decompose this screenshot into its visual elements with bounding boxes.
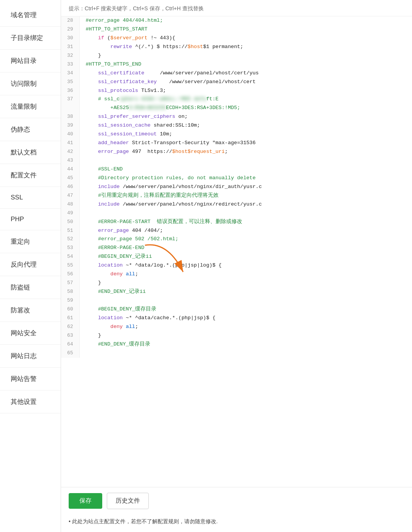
line-number: 30 [61,34,79,43]
line-number: 44 [61,165,79,174]
line-code: #error_page 502 /502.html; [79,235,412,244]
line-number: 60 [61,305,79,314]
table-row: 52 #error_page 502 /502.html; [61,235,412,244]
table-row: 63 } [61,331,412,340]
line-code: #ERROR-PAGE-END [79,244,412,252]
table-row: 45 #Directory protection rules, do not m… [61,174,412,183]
table-row: 40 ssl_session_timeout 10m; [61,130,412,139]
table-row: 47 #引用重定向规则，注释后配置的重定向代理将无效 [61,191,412,200]
line-code: #HTTP_TO_HTTPS_END [79,60,412,69]
line-code: #BEGIN_DENY_缓存目录 [79,305,412,314]
line-number: 59 [61,296,79,305]
line-number: 63 [61,331,79,340]
line-code [79,156,412,165]
sidebar-item-rewrite[interactable]: 伪静态 [0,118,61,141]
table-row: 41 add_header Strict-Transport-Security … [61,139,412,148]
table-row: 39 ssl_session_cache shared:SSL:10m; [61,121,412,130]
sidebar-item-subdir[interactable]: 子目录绑定 [0,27,61,50]
table-row: 33 #HTTP_TO_HTTPS_END [61,60,412,69]
line-code: ssl_certificate_key /www/server/panel/vh… [79,78,412,87]
sidebar-item-php[interactable]: PHP [0,209,61,230]
table-row: 35 ssl_certificate_key /www/server/panel… [61,78,412,87]
line-code: #END_DENY_缓存目录 [79,340,412,349]
table-row: 36 ssl_protocols TLSv1.3; [61,87,412,95]
note-text: • 此处为站点主配置文件，若您不了解配置规则，请勿随意修改. [61,514,412,532]
sidebar: 域名管理 子目录绑定 网站目录 访问限制 流量限制 伪静态 默认文档 配置文件 … [0,0,61,532]
line-number: 45 [61,174,79,183]
code-table: 28 #error_page 404/404.html; 29 #HTTP_TO… [61,16,412,358]
sidebar-item-tamper[interactable]: 防篡改 [0,299,61,322]
line-code: rewrite ^(/.*) $ https://$host$1 permane… [79,43,412,51]
hint-bar: 提示：Ctrl+F 搜索关键字，Ctrl+S 保存，Ctrl+H 查找替换 [61,0,412,16]
line-code: #ERROR-PAGE-START 错误页配置，可以注释、删除或修改 [79,218,412,227]
line-number: 34 [61,69,79,78]
line-code: deny all; [79,323,412,331]
line-number: 32 [61,51,79,60]
table-row: 48 include /www/server/panel/vhost/nginx… [61,200,412,209]
sidebar-item-domain[interactable]: 域名管理 [0,4,61,27]
line-number: 37 [61,95,79,113]
table-row: 50 #ERROR-PAGE-START 错误页配置，可以注释、删除或修改 [61,218,412,227]
table-row: 31 rewrite ^(/.*) $ https://$host$1 perm… [61,43,412,51]
main-content: 提示：Ctrl+F 搜索关键字，Ctrl+S 保存，Ctrl+H 查找替换 28… [61,0,412,532]
sidebar-item-other[interactable]: 其他设置 [0,391,61,413]
sidebar-item-default-doc[interactable]: 默认文档 [0,141,61,164]
table-row: 34 ssl_certificate /www/server/panel/vho… [61,69,412,78]
table-row: 44 #SSL-END [61,165,412,174]
sidebar-item-config[interactable]: 配置文件 [0,164,61,187]
line-code: include /www/server/panel/vhost/nginx/di… [79,183,412,191]
line-code: #error_page 404/404.html; [79,16,412,25]
line-code: deny all; [79,270,412,279]
line-code: ssl_prefer_server_ciphers on; [79,113,412,121]
line-code [79,209,412,218]
line-number: 40 [61,130,79,139]
save-button[interactable]: 保存 [69,493,102,509]
table-row: 38 ssl_prefer_server_ciphers on; [61,113,412,121]
sidebar-item-hotlink[interactable]: 防盗链 [0,276,61,299]
line-number: 65 [61,349,79,358]
line-number: 29 [61,25,79,34]
line-code: if ($server_port !~ 443){ [79,34,412,43]
line-code: #Directory protection rules, do not manu… [79,174,412,183]
sidebar-item-proxy[interactable]: 反向代理 [0,253,61,276]
table-row: 61 location ~* ^data/cache.*.(php|jsp)$ … [61,314,412,323]
line-number: 39 [61,121,79,130]
line-code: location ~* ^data/cache.*.(php|jsp)$ { [79,314,412,323]
code-editor[interactable]: 28 #error_page 404/404.html; 29 #HTTP_TO… [61,16,412,487]
line-number: 57 [61,279,79,288]
table-row: 32 } [61,51,412,60]
sidebar-item-security[interactable]: 网站安全 [0,322,61,345]
line-code: ssl_session_cache shared:SSL:10m; [79,121,412,130]
sidebar-item-ssl[interactable]: SSL [0,187,61,209]
table-row: 53 #ERROR-PAGE-END [61,244,412,252]
line-code: # ssl_ciphers HIGH:!aNULL:!MD5 defaft:E … [79,95,412,113]
table-row: 29 #HTTP_TO_HTTPS_START [61,25,412,34]
line-number: 51 [61,227,79,235]
table-row: 28 #error_page 404/404.html; [61,16,412,25]
history-button[interactable]: 历史文件 [107,493,149,509]
line-code: add_header Strict-Transport-Security "ma… [79,139,412,148]
line-number: 64 [61,340,79,349]
hint-text: 提示：Ctrl+F 搜索关键字，Ctrl+S 保存，Ctrl+H 查找替换 [69,5,204,11]
table-row: 42 error_page 497 https://$host$request_… [61,148,412,156]
line-number: 38 [61,113,79,121]
sidebar-item-log[interactable]: 网站日志 [0,345,61,368]
sidebar-item-access[interactable]: 访问限制 [0,72,61,95]
line-number: 61 [61,314,79,323]
line-code: ssl_session_timeout 10m; [79,130,412,139]
table-row: 64 #END_DENY_缓存目录 [61,340,412,349]
line-number: 52 [61,235,79,244]
sidebar-item-traffic[interactable]: 流量限制 [0,95,61,118]
line-number: 48 [61,200,79,209]
line-number: 41 [61,139,79,148]
sidebar-item-webdir[interactable]: 网站目录 [0,50,61,72]
sidebar-item-redirect[interactable]: 重定向 [0,230,61,253]
line-number: 53 [61,244,79,252]
table-row: 62 deny all; [61,323,412,331]
table-row: 60 #BEGIN_DENY_缓存目录 [61,305,412,314]
line-number: 35 [61,78,79,87]
table-row: 56 deny all; [61,270,412,279]
line-code: #HTTP_TO_HTTPS_START [79,25,412,34]
sidebar-item-alert[interactable]: 网站告警 [0,368,61,391]
line-code: ssl_protocols TLSv1.3; [79,87,412,95]
